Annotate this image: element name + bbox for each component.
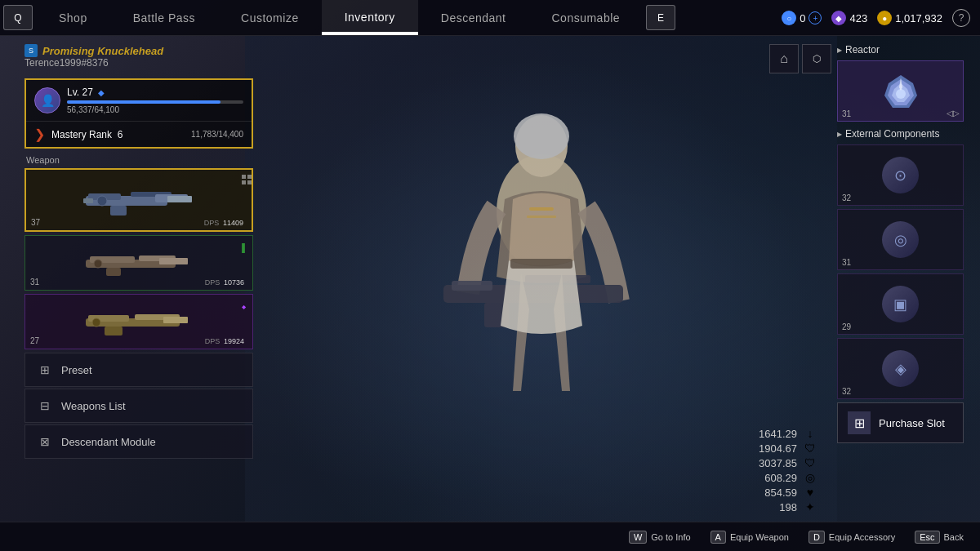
avatar: 👤	[34, 87, 60, 113]
reactor-slot[interactable]: 31 ◁▷	[837, 60, 964, 122]
reactor-label: Reactor	[837, 44, 964, 56]
stat-icon-1: ↓	[804, 427, 817, 440]
level-row: 👤 Lv. 27 ◆ 56,337/64,100	[26, 80, 252, 122]
svg-rect-4	[527, 216, 556, 218]
key-a[interactable]: A	[710, 531, 726, 544]
home-button[interactable]: ⌂	[769, 44, 799, 73]
svg-rect-33	[163, 317, 188, 323]
dps-value-1: 11409	[223, 219, 243, 227]
weapon-indicator-3: ⬥	[241, 298, 247, 304]
key-esc-label: Back	[944, 532, 964, 542]
stat-icon-3: 🛡	[804, 456, 817, 469]
currency-purple-value: 423	[849, 12, 867, 24]
nav-key-e[interactable]: E	[646, 5, 675, 30]
stat-value-5: 854.59	[740, 487, 797, 499]
key-a-label: Equip Weapon	[730, 532, 789, 542]
stat-value-3: 3037.85	[740, 457, 797, 469]
stat-value-2: 1904.67	[740, 442, 797, 455]
menu-item-preset[interactable]: ⊞ Preset	[24, 353, 253, 387]
nav-item-inventory[interactable]: Inventory	[322, 0, 418, 35]
nav-key-q[interactable]: Q	[3, 5, 33, 30]
stat-row-2: 1904.67 🛡	[740, 442, 817, 455]
stat-row-3: 3037.85 🛡	[740, 456, 817, 469]
preset-label: Preset	[61, 364, 92, 376]
stat-row-4: 608.29 ◎	[740, 471, 817, 484]
xp-max: 64,100	[94, 105, 119, 114]
mastery-row: ❯ Mastery Rank 6 11,783/14,400	[26, 122, 252, 147]
level-text: Lv. 27	[67, 87, 93, 98]
menu-item-weapons-list[interactable]: ⊟ Weapons List	[24, 389, 253, 423]
weapon-card-1[interactable]: 37 DPS 11409	[24, 168, 253, 232]
external-component-slot-3[interactable]: ▣ 29	[837, 273, 964, 335]
dps-label-3: DPS	[205, 337, 220, 345]
currency-blue-add[interactable]: +	[808, 11, 822, 24]
stat-value-6: 198	[740, 501, 797, 513]
descendant-module-icon: ⊠	[37, 433, 53, 450]
svg-rect-19	[247, 175, 252, 179]
stat-value-4: 608.29	[740, 472, 797, 484]
currency-purple-icon: ◆	[831, 11, 846, 25]
mastery-values: 11,783/14,400	[191, 130, 243, 139]
component-icon-2: ◎	[882, 221, 919, 258]
weapons-list-icon: ⊟	[37, 398, 53, 414]
mastery-current: 11,783	[191, 130, 216, 139]
weapon-card-3[interactable]: 27 DPS 19924 ⬥	[24, 294, 253, 349]
stat-icon-5: ♥	[804, 486, 817, 499]
nav-item-customize[interactable]: Customize	[218, 0, 322, 35]
svg-rect-9	[510, 259, 572, 269]
menu-item-descendant-module[interactable]: ⊠ Descendant Module	[24, 424, 253, 459]
dps-value-2: 10736	[224, 278, 244, 287]
currency-gold-icon: ●	[877, 11, 892, 25]
purchase-slot-button[interactable]: ⊞ Purchase Slot	[837, 402, 964, 443]
help-button[interactable]: ?	[952, 9, 970, 27]
dps-value-3: 19924	[224, 337, 244, 345]
svg-rect-6	[452, 281, 492, 291]
currency-blue-icon: ○	[782, 11, 796, 25]
weapon-card-2[interactable]: 31 DPS 10736 ‖	[24, 235, 253, 291]
mastery-rank: 6	[118, 129, 123, 140]
svg-rect-25	[106, 268, 121, 276]
purchase-slot-label: Purchase Slot	[879, 417, 945, 429]
reactor-level: 31	[842, 109, 851, 118]
stat-icon-4: ◎	[804, 471, 817, 484]
character-silhouette	[378, 48, 705, 522]
bottom-key-esc: Esc Back	[915, 531, 964, 544]
bottom-bar: W Go to Info A Equip Weapon D Equip Acce…	[0, 522, 980, 551]
nav-item-battlepass[interactable]: Battle Pass	[110, 0, 218, 35]
external-component-slot-4[interactable]: ◈ 32	[837, 338, 964, 399]
key-w[interactable]: W	[629, 531, 647, 544]
stats-box: 👤 Lv. 27 ◆ 56,337/64,100 ❯ Mastery Rank …	[24, 78, 253, 149]
stat-icon-6: ✦	[804, 500, 817, 513]
green-indicator-icon: ‖	[241, 242, 246, 253]
weapon-icon-1	[82, 184, 196, 216]
xp-bar-container	[67, 100, 243, 104]
stat-row-5: 854.59 ♥	[740, 486, 817, 499]
mastery-label-text: Mastery Rank	[51, 129, 112, 140]
map-button[interactable]: ⬡	[802, 44, 831, 73]
currency-blue: ○ 0 +	[782, 11, 822, 25]
key-esc[interactable]: Esc	[915, 531, 939, 544]
svg-point-15	[97, 196, 107, 206]
nav-item-descendant[interactable]: Descendant	[418, 0, 529, 35]
weapon-level-3: 27	[30, 336, 39, 345]
bottom-key-a: A Equip Weapon	[710, 531, 789, 544]
level-info: Lv. 27 ◆ 56,337/64,100	[67, 87, 243, 114]
top-navigation: Q Shop Battle Pass Customize Inventory D…	[0, 0, 980, 36]
purchase-slot-icon: ⊞	[848, 411, 871, 434]
external-component-slot-2[interactable]: ◎ 31	[837, 209, 964, 270]
dps-label-1: DPS	[204, 219, 220, 227]
combat-stats-area: 1641.29 ↓ 1904.67 🛡 3037.85 🛡 608.29 ◎ 8…	[740, 427, 817, 515]
nav-item-shop[interactable]: Shop	[36, 0, 110, 35]
weapon-section-label: Weapon	[24, 155, 253, 165]
key-d[interactable]: D	[808, 531, 825, 544]
svg-rect-20	[242, 180, 246, 184]
stat-value-1: 1641.29	[740, 428, 797, 440]
xp-bar-fill	[67, 100, 220, 104]
external-component-slot-1[interactable]: ⊙ 32	[837, 144, 964, 206]
mastery-max: 14,400	[218, 130, 243, 139]
key-d-label: Equip Accessory	[829, 532, 895, 542]
nav-item-consumable[interactable]: Consumable	[528, 0, 643, 35]
currency-gold: ● 1,017,932	[877, 11, 942, 25]
stat-icon-2: 🛡	[804, 442, 817, 455]
svg-rect-16	[83, 198, 93, 203]
